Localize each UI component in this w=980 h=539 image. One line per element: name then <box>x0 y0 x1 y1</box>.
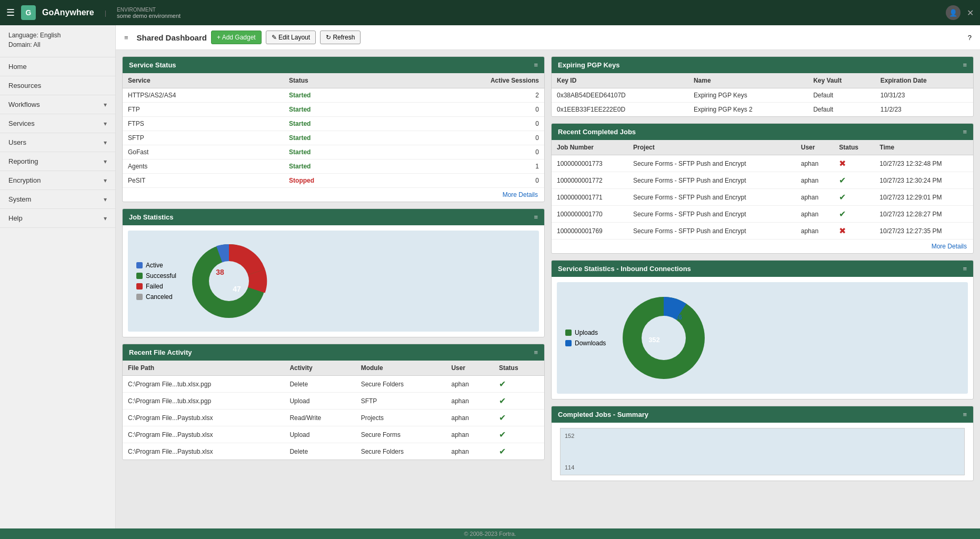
expiring-pgp-keys-body: Key ID Name Key Vault Expiration Date 0x… <box>552 73 973 116</box>
panel-menu-icon[interactable]: ≡ <box>534 213 538 221</box>
refresh-button[interactable]: ↻ Refresh <box>320 31 361 44</box>
sidebar-item-encryption[interactable]: Encryption ▾ <box>0 171 115 190</box>
sidebar-item-home[interactable]: Home <box>0 57 115 76</box>
topbar-separator: | <box>105 9 106 17</box>
status-cell: ✔ <box>834 172 874 189</box>
service-status-cell: Started <box>284 145 382 159</box>
keyid-cell: 0x1EEB33F1EE222E0D <box>552 103 688 117</box>
dashboard-menu-icon[interactable]: ≡ <box>124 34 128 42</box>
dashboard-header: ≡ Shared Dashboard + Add Gadget ✎ Edit L… <box>116 25 980 50</box>
service-name-cell: FTPS <box>123 117 284 131</box>
sidebar-item-resources[interactable]: Resources <box>0 76 115 95</box>
recent-file-activity-title: Recent File Activity <box>129 348 192 356</box>
module-cell: Projects <box>356 410 446 426</box>
module-cell: Secure Forms <box>356 426 446 443</box>
legend-item-successful: Successful <box>136 272 176 280</box>
sidebar-item-workflows[interactable]: Workflows ▾ <box>0 95 115 114</box>
user-cell: aphan <box>796 172 834 189</box>
legend-color-active <box>136 262 143 268</box>
service-statistics-inbound-panel: Service Statistics - Inbound Connections… <box>551 260 974 400</box>
menu-icon[interactable]: ☰ <box>6 7 15 18</box>
recent-file-activity-header: Recent File Activity ≡ <box>123 344 544 361</box>
bar-chart-area: 152 114 <box>552 423 973 481</box>
footer: © 2008-2023 Fortra. <box>0 528 980 539</box>
status-cell: ✔ <box>494 426 544 443</box>
table-row: C:\Program File...Paystub.xlsx Upload Se… <box>123 426 544 443</box>
legend-label-downloads: Downloads <box>575 340 606 347</box>
col-time: Time <box>874 140 973 155</box>
y-label-114: 114 <box>565 464 574 471</box>
sidebar-item-users[interactable]: Users ▾ <box>0 133 115 152</box>
completed-jobs-summary-header: Completed Jobs - Summary ≡ <box>552 406 973 423</box>
project-cell: Secure Forms - SFTP Push and Encrypt <box>628 206 796 223</box>
table-row: 1000000001773 Secure Forms - SFTP Push a… <box>552 155 973 172</box>
table-row: 0x1EEB33F1EE222E0D Expiring PGP Keys 2 D… <box>552 103 973 117</box>
col-user: User <box>446 361 493 376</box>
service-name-cell: FTP <box>123 103 284 117</box>
sidebar-item-services[interactable]: Services ▾ <box>0 114 115 133</box>
status-cell: ✔ <box>494 393 544 410</box>
sidebar-item-label: Reporting <box>8 157 38 165</box>
service-status-body: Service Status Active Sessions HTTPS/AS2… <box>123 73 544 202</box>
time-cell: 10/27/23 12:30:24 PM <box>874 172 973 189</box>
service-name-cell: HTTPS/AS2/AS4 <box>123 88 284 103</box>
jobs-more-details[interactable]: More Details <box>552 239 973 253</box>
close-icon[interactable]: ✕ <box>967 8 974 18</box>
service-statistics-inbound-title: Service Statistics - Inbound Connections <box>558 265 691 273</box>
user-cell: aphan <box>446 376 493 393</box>
language-label: Language: English <box>8 32 107 39</box>
sidebar-item-reporting[interactable]: Reporting ▾ <box>0 152 115 171</box>
recent-completed-jobs-panel: Recent Completed Jobs ≡ Job Number Proje… <box>551 123 974 254</box>
vault-cell: Default <box>808 88 875 103</box>
user-cell: aphan <box>446 443 493 460</box>
name-cell: Expiring PGP Keys <box>688 88 808 103</box>
user-cell: aphan <box>446 426 493 443</box>
col-status: Status <box>284 73 382 88</box>
user-cell: aphan <box>446 393 493 410</box>
service-more-details[interactable]: More Details <box>123 187 544 202</box>
panel-menu-icon[interactable]: ≡ <box>963 411 967 418</box>
dashboard-title: Shared Dashboard <box>137 33 207 42</box>
name-cell: Expiring PGP Keys 2 <box>688 103 808 117</box>
table-row: C:\Program File...Paystub.xlsx Delete Se… <box>123 443 544 460</box>
left-column: Service Status ≡ Service Status Active S… <box>122 56 545 481</box>
col-sessions: Active Sessions <box>382 73 544 88</box>
expiring-pgp-table: Key ID Name Key Vault Expiration Date 0x… <box>552 73 973 116</box>
status-cell: ✔ <box>494 410 544 426</box>
legend-label-uploads: Uploads <box>575 329 598 336</box>
activity-cell: Upload <box>284 426 355 443</box>
inbound-legend: Uploads Downloads <box>565 329 606 347</box>
recent-completed-jobs-body: Job Number Project User Status Time 1000… <box>552 140 973 253</box>
table-row: GoFast Started 0 <box>123 145 544 159</box>
jobnumber-cell: 1000000001769 <box>552 223 628 239</box>
panel-menu-icon[interactable]: ≡ <box>963 61 967 69</box>
chevron-down-icon: ▾ <box>104 177 107 184</box>
panel-menu-icon[interactable]: ≡ <box>534 348 538 356</box>
help-icon[interactable]: ? <box>968 34 972 42</box>
bar-chart-y-labels: 152 114 <box>565 433 576 471</box>
panel-menu-icon[interactable]: ≡ <box>534 61 538 69</box>
job-statistics-panel: Job Statistics ≡ Active <box>122 208 545 337</box>
table-row: 1000000001772 Secure Forms - SFTP Push a… <box>552 172 973 189</box>
time-cell: 10/27/23 12:27:35 PM <box>874 223 973 239</box>
panel-menu-icon[interactable]: ≡ <box>963 265 967 273</box>
copyright-text: © 2008-2023 Fortra. <box>464 531 516 537</box>
app-body: Language: English Domain: All Home Resou… <box>0 25 980 528</box>
app-logo: G <box>21 5 36 20</box>
job-statistics-chart-area: Active Successful Failed <box>128 231 539 332</box>
add-gadget-button[interactable]: + Add Gadget <box>211 31 262 44</box>
sidebar-item-label: Home <box>8 63 27 71</box>
sidebar-item-help[interactable]: Help ▾ <box>0 209 115 228</box>
completed-jobs-summary-panel: Completed Jobs - Summary ≡ 152 114 <box>551 406 974 481</box>
sidebar-item-system[interactable]: System ▾ <box>0 190 115 209</box>
edit-layout-button[interactable]: ✎ Edit Layout <box>266 31 316 44</box>
col-status: Status <box>494 361 544 376</box>
legend-item-canceled: Canceled <box>136 293 176 301</box>
col-status: Status <box>834 140 874 155</box>
filepath-cell: C:\Program File...tub.xlsx.pgp <box>123 393 284 410</box>
sidebar-item-label: Resources <box>8 82 41 89</box>
chevron-down-icon: ▾ <box>104 139 107 146</box>
service-status-cell: Stopped <box>284 174 382 188</box>
user-avatar-icon[interactable]: 👤 <box>946 5 961 20</box>
panel-menu-icon[interactable]: ≡ <box>963 128 967 136</box>
